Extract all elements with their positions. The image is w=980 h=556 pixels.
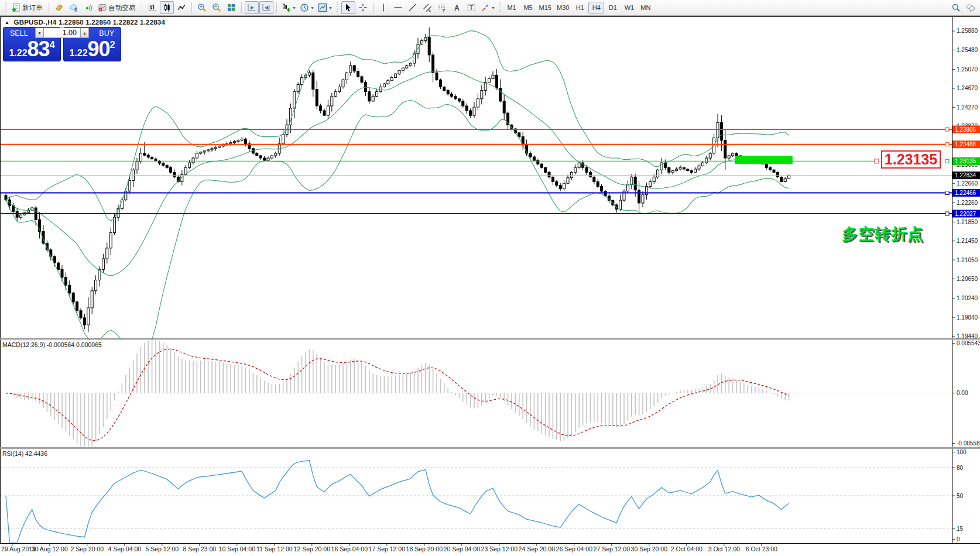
sell-price: 1.22834	[4, 39, 60, 60]
time-tick-label: 6 Oct 23:00	[746, 545, 777, 552]
axis-tick-label: 1.24670	[957, 85, 978, 91]
ohlc-open: 1.22850	[59, 19, 84, 26]
macd-signal-line	[6, 349, 789, 441]
time-tick-label: 29 Aug 2019	[1, 545, 36, 552]
axis-tick-label: 1.20650	[957, 276, 978, 282]
axis-tick-label: 0.005543	[957, 340, 980, 346]
mt4-window: 新订单 自动交易	[0, 0, 980, 556]
line-anchor[interactable]	[945, 143, 949, 146]
volume-control: ▾ ▴	[35, 28, 89, 38]
time-tick-label: 2 Oct 04:00	[671, 545, 703, 552]
time-tick-label: 10 Sep 04:00	[219, 545, 256, 552]
time-tick-label: 16 Sep 04:00	[331, 545, 368, 552]
turning-point-annotation[interactable]: 多空转折点	[842, 224, 924, 245]
price-label-text: 1.22466	[955, 190, 976, 196]
axis-tick-label: 1.21050	[957, 257, 978, 263]
axis-tick-label: 100	[957, 449, 967, 455]
time-tick-label: 18 Sep 20:00	[406, 545, 443, 552]
axis-tick-label: 1.25880	[957, 28, 978, 34]
line-anchor[interactable]	[945, 212, 949, 215]
time-tick-label: 20 Sep 04:00	[444, 545, 481, 552]
time-tick-label: 27 Sep 12:00	[594, 545, 631, 552]
buy-button[interactable]: BUY	[99, 29, 114, 37]
symbol-period: GBPUSD-,H4	[14, 19, 57, 26]
price-label-text: 1.23805	[955, 126, 976, 133]
time-tick-label: 23 Sep 12:00	[481, 545, 518, 552]
candle-series[interactable]	[5, 28, 790, 332]
time-tick-label: 17 Sep 12:00	[369, 545, 406, 552]
axis-tick-label: 1.19440	[957, 333, 978, 339]
line-anchor[interactable]	[945, 128, 949, 131]
sell-button[interactable]: SELL	[10, 29, 28, 37]
axis-tick-label: 1.25070	[957, 66, 978, 73]
ohlc-high: 1.22850	[85, 19, 111, 26]
price-callout-box[interactable]: 1.23135	[881, 150, 941, 169]
highlight-rectangle[interactable]	[735, 156, 793, 164]
price-label-text: 1.22027	[955, 211, 976, 217]
axis-tick-label: 1.25480	[957, 47, 978, 53]
line-anchor[interactable]	[945, 159, 949, 163]
time-tick-label: 30 Sep 20:00	[631, 545, 668, 552]
axis-tick-label: 1.21450	[957, 238, 978, 244]
chart-canvas[interactable]: 1.258801.254801.250701.246701.242701.238…	[0, 0, 980, 556]
time-tick-label: 30 Aug 12:00	[32, 545, 68, 552]
axis-tick-label: 1.22260	[957, 200, 978, 206]
time-tick-label: 3 Oct 12:00	[708, 545, 740, 552]
time-tick-label: 4 Sep 04:00	[108, 545, 141, 552]
buy-price: 1.22902	[64, 39, 121, 60]
ohlc-close: 1.22834	[140, 19, 165, 26]
time-tick-label: 12 Sep 20:00	[294, 545, 331, 552]
price-label-text: 1.22834	[955, 172, 976, 179]
axis-tick-label: 1.19840	[957, 314, 978, 321]
axis-tick-label: 1.22660	[957, 180, 978, 187]
time-tick-label: 8 Sep 23:00	[183, 545, 216, 552]
rsi-label: RSI(14) 42.4436	[2, 450, 47, 457]
time-tick-label: 26 Sep 04:00	[556, 545, 593, 552]
axis-tick-label: 0	[957, 536, 960, 543]
rsi-line	[6, 461, 789, 543]
axis-tick-label: 1.24270	[957, 104, 978, 111]
price-label-text: 1.23488	[955, 141, 976, 147]
volume-input[interactable]	[44, 28, 80, 38]
one-click-trading-panel: SELL 1.22834 BUY 1.22902 ▾ ▴	[3, 27, 121, 61]
axis-tick-label: 0.00	[957, 390, 968, 396]
macd-histogram	[6, 340, 789, 447]
line-anchor[interactable]	[945, 191, 949, 194]
collapse-panel-icon[interactable]: ▲	[5, 20, 9, 25]
time-tick-label: 24 Sep 20:00	[519, 545, 556, 552]
volume-decrease-button[interactable]: ▾	[35, 28, 44, 38]
axis-tick-label: 50	[957, 493, 964, 499]
axis-tick-label: 15	[957, 526, 964, 532]
axis-tick-label: 1.20240	[957, 295, 978, 301]
axis-tick-label: 1.21850	[957, 219, 978, 225]
time-tick-label: 2 Sep 20:00	[70, 545, 104, 552]
bollinger-bands	[6, 31, 789, 358]
time-tick-label: 5 Sep 12:00	[145, 545, 179, 552]
axis-tick-label: -0.005583	[957, 440, 980, 447]
ohlc-low: 1.22822	[113, 19, 138, 26]
macd-label: MACD(12,26,9) -0.000564 0.000065	[2, 341, 102, 348]
axis-tick-label: 80	[957, 465, 964, 471]
price-label-text: 1.23135	[955, 158, 976, 164]
line-anchor[interactable]	[875, 159, 879, 163]
time-tick-label: 11 Sep 12:00	[256, 545, 293, 552]
chart-title: ▲ GBPUSD-,H4 1.22850 1.22850 1.22822 1.2…	[5, 19, 165, 26]
volume-increase-button[interactable]: ▴	[80, 28, 89, 38]
